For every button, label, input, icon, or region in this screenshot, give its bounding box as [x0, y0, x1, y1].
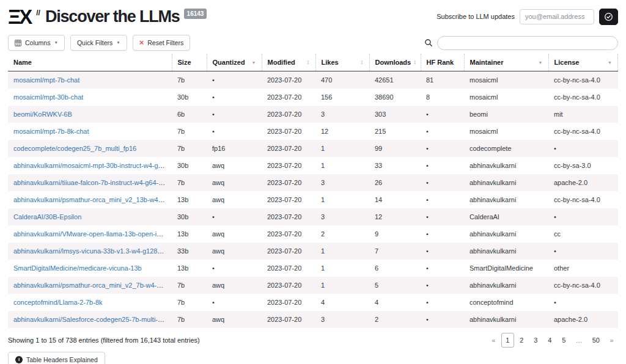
- model-link[interactable]: beomi/KoRWKV-6B: [13, 111, 72, 118]
- columns-button[interactable]: Columns ▼: [8, 35, 65, 51]
- reset-filters-button[interactable]: × Reset Filters: [133, 35, 191, 51]
- page-button-1[interactable]: 1: [501, 333, 514, 348]
- downloads-cell: 4: [369, 294, 421, 311]
- quantized-cell: •: [207, 71, 262, 89]
- page-button-50[interactable]: 50: [588, 333, 604, 348]
- filter-dropdown-icon[interactable]: ▼: [539, 60, 543, 65]
- model-link[interactable]: abhinavkulkarni/Salesforce-codegen25-7b-…: [13, 316, 172, 323]
- likes-cell: 1: [315, 140, 369, 157]
- search-input[interactable]: [437, 36, 618, 50]
- downloads-cell: 6: [369, 260, 421, 277]
- column-header-name[interactable]: Name: [8, 54, 172, 71]
- filter-dropdown-icon[interactable]: ▼: [608, 60, 612, 65]
- model-name-cell: beomi/KoRWKV-6B: [8, 106, 172, 123]
- model-name-cell: abhinavkulkarni/Salesforce-codegen25-7b-…: [8, 311, 172, 328]
- showing-entries-text: Showing 1 to 15 of 738 entries (filtered…: [8, 337, 200, 344]
- model-link[interactable]: abhinavkulkarni/tiiuae-falcon-7b-instruc…: [13, 179, 171, 186]
- model-link[interactable]: codecomplete/codegen25_7b_multi_fp16: [13, 145, 136, 152]
- column-header-downloads[interactable]: Downloads↕: [369, 54, 421, 71]
- model-link[interactable]: abhinavkulkarni/lmsys-vicuna-33b-v1.3-w4…: [13, 247, 172, 255]
- prev-page-button[interactable]: «: [487, 333, 500, 348]
- page-button-2[interactable]: 2: [515, 333, 528, 348]
- model-link[interactable]: abhinavkulkarni/psmathur-orca_mini_v2_7b…: [13, 282, 172, 289]
- hf-rank-cell: •: [421, 140, 464, 157]
- check-circle-icon: [604, 12, 613, 21]
- hf-rank-cell: •: [421, 277, 464, 294]
- quantized-cell: awq: [207, 225, 262, 242]
- downloads-cell: 99: [369, 140, 421, 157]
- column-header-maintainer[interactable]: Maintainer▼: [464, 54, 548, 71]
- model-link[interactable]: abhinavkulkarni/psmathur-orca_mini_v2_13…: [13, 196, 172, 203]
- likes-cell: 4: [315, 294, 369, 311]
- model-link[interactable]: abhinavkulkarni/VMware-open-llama-13b-op…: [13, 230, 172, 238]
- filter-dropdown-icon[interactable]: ▼: [252, 60, 256, 65]
- model-link[interactable]: CalderaAI/30B-Epsilon: [13, 213, 81, 220]
- column-header-quantized[interactable]: Quantized▼: [207, 54, 262, 71]
- sort-icon[interactable]: ↕: [361, 59, 364, 65]
- table-row: beomi/KoRWKV-6B 6b • 2023-07-20 3 303 • …: [8, 106, 618, 123]
- search-area: [424, 36, 618, 50]
- likes-cell: 1: [315, 260, 369, 277]
- downloads-cell: 5: [369, 277, 421, 294]
- model-link[interactable]: mosaicml/mpt-7b-chat: [13, 76, 79, 84]
- license-cell: other: [548, 260, 618, 277]
- model-name-cell: mosaicml/mpt-30b-chat: [8, 89, 172, 106]
- model-name-cell: abhinavkulkarni/mosaicml-mpt-30b-instruc…: [8, 157, 172, 174]
- pagination-ellipsis: …: [572, 333, 587, 348]
- search-icon: [424, 38, 433, 47]
- size-cell: 13b: [172, 225, 207, 242]
- size-cell: 7b: [172, 71, 207, 89]
- modified-cell: 2023-07-20: [262, 89, 315, 106]
- maintainer-cell: abhinavkulkarni: [464, 174, 548, 191]
- page-button-3[interactable]: 3: [529, 333, 542, 348]
- model-link[interactable]: mosaicml/mpt-7b-8k-chat: [13, 128, 89, 135]
- next-page-button[interactable]: »: [605, 333, 618, 348]
- column-label-quantized: Quantized: [213, 59, 245, 66]
- quantized-cell: awq: [207, 242, 262, 260]
- model-name-cell: mosaicml/mpt-7b-8k-chat: [8, 123, 172, 140]
- subscribe-button[interactable]: [599, 9, 618, 25]
- quantized-cell: •: [207, 106, 262, 123]
- brand: ΞX // Discover the LLMs 16143: [8, 7, 207, 27]
- column-label-name: Name: [13, 59, 32, 66]
- table-row: codecomplete/codegen25_7b_multi_fp16 7b …: [8, 140, 618, 157]
- maintainer-cell: mosaicml: [464, 123, 548, 140]
- model-link[interactable]: SmartDigitalMedicine/medicare-vicuna-13b: [13, 264, 142, 272]
- size-cell: 13b: [172, 260, 207, 277]
- column-header-hf_rank[interactable]: HF Rank: [421, 54, 464, 71]
- model-link[interactable]: conceptofmind/Llama-2-7b-8k: [13, 299, 103, 306]
- column-header-license[interactable]: License▼: [548, 54, 618, 71]
- table-headers-explained-button[interactable]: i Table Headers Explained: [8, 352, 105, 364]
- modified-cell: 2023-07-20: [262, 123, 315, 140]
- page-button-5[interactable]: 5: [558, 333, 570, 348]
- column-label-license: License: [554, 59, 580, 66]
- size-cell: 6b: [172, 106, 207, 123]
- subscribe-area: Subscribe to LLM updates: [436, 9, 618, 25]
- table-body: mosaicml/mpt-7b-chat 7b • 2023-07-20 470…: [8, 71, 618, 328]
- model-link[interactable]: mosaicml/mpt-30b-chat: [13, 93, 83, 101]
- email-input[interactable]: [520, 9, 594, 24]
- license-cell: mit: [548, 106, 618, 123]
- sort-icon[interactable]: ↕: [413, 59, 416, 65]
- column-header-size[interactable]: Size: [172, 54, 207, 71]
- model-link[interactable]: abhinavkulkarni/mosaicml-mpt-30b-instruc…: [13, 162, 172, 169]
- table-row: abhinavkulkarni/mosaicml-mpt-30b-instruc…: [8, 157, 618, 174]
- column-header-modified[interactable]: Modified↕: [262, 54, 315, 71]
- size-cell: 33b: [172, 242, 207, 260]
- table-row: SmartDigitalMedicine/medicare-vicuna-13b…: [8, 260, 618, 277]
- modified-cell: 2023-07-20: [262, 208, 315, 225]
- modified-cell: 2023-07-20: [262, 311, 315, 328]
- model-name-cell: abhinavkulkarni/psmathur-orca_mini_v2_13…: [8, 191, 172, 208]
- maintainer-cell: abhinavkulkarni: [464, 311, 548, 328]
- site-logo[interactable]: ΞX: [8, 7, 31, 27]
- page-button-4[interactable]: 4: [543, 333, 556, 348]
- downloads-cell: 7: [369, 242, 421, 260]
- sort-icon[interactable]: ↕: [307, 59, 310, 65]
- quantized-cell: •: [207, 123, 262, 140]
- info-icon: i: [15, 356, 23, 363]
- modified-cell: 2023-07-20: [262, 225, 315, 242]
- hf-rank-cell: •: [421, 242, 464, 260]
- quick-filters-button[interactable]: Quick Filters ▼: [70, 35, 127, 51]
- column-header-likes[interactable]: Likes↕: [315, 54, 369, 71]
- reset-filters-button-label: Reset Filters: [147, 39, 183, 46]
